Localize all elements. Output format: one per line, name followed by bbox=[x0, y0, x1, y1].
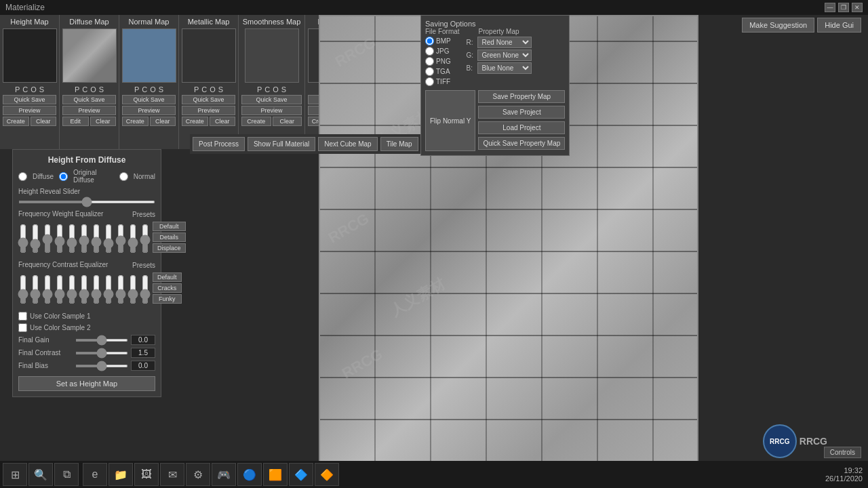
use-color-sample-2-label: Use Color Sample 2 bbox=[30, 324, 90, 331]
diffuse-radio[interactable] bbox=[18, 172, 27, 181]
fmt-tga[interactable] bbox=[425, 67, 434, 76]
metallic-clear[interactable]: Clear bbox=[210, 117, 236, 126]
fmt-png[interactable] bbox=[425, 57, 434, 66]
metallic-radio-row: P C O S bbox=[194, 85, 223, 94]
height-create[interactable]: Create bbox=[3, 117, 29, 126]
contrast-funky-btn[interactable]: Funky bbox=[153, 294, 182, 304]
contrast-preset-buttons: Default Cracks Funky bbox=[153, 272, 182, 306]
normal-quick-save[interactable]: Quick Save bbox=[122, 95, 176, 104]
metallic-create[interactable]: Create bbox=[182, 117, 208, 126]
height-reveal-slider[interactable] bbox=[18, 201, 155, 203]
load-project-button[interactable]: Load Project bbox=[478, 121, 565, 134]
fmt-bmp[interactable] bbox=[425, 37, 434, 45]
contrast-cracks-btn[interactable]: Cracks bbox=[153, 283, 182, 293]
save-project-button[interactable]: Save Project bbox=[478, 106, 565, 119]
settings-app[interactable]: ⚙ bbox=[186, 463, 210, 486]
eq-slider-weight-eq-bars-1[interactable] bbox=[31, 224, 40, 253]
final-gain-value[interactable] bbox=[131, 335, 155, 345]
metallic-quick-save[interactable]: Quick Save bbox=[182, 95, 235, 104]
final-contrast-value[interactable] bbox=[131, 348, 155, 358]
smoothness-preview[interactable]: Preview bbox=[241, 106, 302, 115]
normal-radio[interactable] bbox=[119, 172, 128, 181]
eq-slider-contrast-eq-bars-4[interactable] bbox=[67, 274, 77, 304]
normal-clear[interactable]: Clear bbox=[150, 117, 176, 126]
quick-save-property-map-button[interactable]: Quick Save Property Map bbox=[478, 137, 565, 150]
app-7[interactable]: 🔵 bbox=[237, 463, 262, 486]
final-gain-slider[interactable] bbox=[75, 339, 128, 342]
photos-app[interactable]: 🖼 bbox=[134, 463, 159, 486]
make-suggestion-button[interactable]: Make Suggestion bbox=[742, 18, 814, 33]
task-view-button[interactable]: ⧉ bbox=[54, 463, 79, 486]
eq-slider-contrast-eq-bars-0[interactable] bbox=[18, 274, 28, 304]
minimize-button[interactable]: — bbox=[825, 3, 835, 12]
maximize-button[interactable]: ❐ bbox=[838, 3, 849, 12]
eq-slider-weight-eq-bars-2[interactable] bbox=[43, 224, 52, 253]
g-channel-select[interactable]: Green None bbox=[477, 49, 532, 61]
start-button[interactable]: ⊞ bbox=[3, 463, 27, 486]
eq-slider-contrast-eq-bars-5[interactable] bbox=[79, 274, 89, 304]
app-10[interactable]: 🔶 bbox=[315, 463, 339, 486]
smoothness-quick-save[interactable]: Quick Save bbox=[241, 95, 302, 104]
eq-slider-weight-eq-bars-6[interactable] bbox=[92, 224, 101, 253]
eq-slider-weight-eq-bars-10[interactable] bbox=[140, 224, 150, 253]
next-cube-map-button[interactable]: Next Cube Map bbox=[318, 137, 377, 151]
app-6[interactable]: 🎮 bbox=[212, 463, 236, 486]
fmt-tiff[interactable] bbox=[425, 77, 434, 86]
diffuse-preview[interactable]: Preview bbox=[62, 106, 116, 115]
normal-create[interactable]: Create bbox=[122, 117, 149, 126]
use-color-sample-1-checkbox[interactable] bbox=[18, 312, 27, 321]
final-contrast-slider[interactable] bbox=[75, 352, 128, 354]
eq-slider-contrast-eq-bars-9[interactable] bbox=[128, 274, 138, 304]
eq-slider-contrast-eq-bars-8[interactable] bbox=[116, 274, 125, 304]
diffuse-quick-save[interactable]: Quick Save bbox=[62, 95, 116, 104]
eq-slider-weight-eq-bars-9[interactable] bbox=[128, 224, 138, 253]
eq-slider-weight-eq-bars-4[interactable] bbox=[67, 224, 77, 253]
contrast-default-btn[interactable]: Default bbox=[153, 272, 182, 282]
save-property-map-button[interactable]: Save Property Map bbox=[478, 90, 565, 103]
post-process-button[interactable]: Post Process bbox=[193, 137, 245, 151]
eq-slider-contrast-eq-bars-7[interactable] bbox=[104, 274, 113, 304]
fmt-jpg[interactable] bbox=[425, 47, 434, 56]
original-diffuse-radio[interactable] bbox=[59, 172, 68, 181]
app-9[interactable]: 🔷 bbox=[289, 463, 313, 486]
r-channel-select[interactable]: Red None bbox=[477, 37, 532, 48]
eq-slider-weight-eq-bars-8[interactable] bbox=[116, 224, 125, 253]
height-quick-save[interactable]: Quick Save bbox=[3, 95, 56, 104]
eq-slider-contrast-eq-bars-6[interactable] bbox=[92, 274, 101, 304]
weight-details-btn[interactable]: Details bbox=[153, 232, 186, 242]
eq-slider-contrast-eq-bars-1[interactable] bbox=[31, 274, 40, 304]
metallic-preview[interactable]: Preview bbox=[182, 106, 235, 115]
height-clear[interactable]: Clear bbox=[31, 117, 57, 126]
eq-slider-weight-eq-bars-7[interactable] bbox=[104, 224, 113, 253]
b-channel-select[interactable]: Blue None bbox=[477, 62, 532, 74]
files-app[interactable]: 📁 bbox=[108, 463, 133, 486]
search-button[interactable]: 🔍 bbox=[28, 463, 53, 486]
tile-map-button[interactable]: Tile Map bbox=[380, 137, 418, 151]
weight-default-btn[interactable]: Default bbox=[153, 222, 186, 231]
smoothness-create[interactable]: Create bbox=[241, 117, 271, 126]
eq-slider-contrast-eq-bars-2[interactable] bbox=[43, 274, 52, 304]
flip-normal-y-button[interactable]: Flip Normal Y bbox=[425, 90, 475, 151]
hide-gui-button[interactable]: Hide Gui bbox=[817, 18, 861, 33]
smoothness-clear[interactable]: Clear bbox=[273, 117, 302, 126]
diffuse-edit[interactable]: Edit bbox=[62, 117, 89, 126]
close-button[interactable]: ✕ bbox=[852, 3, 863, 12]
eq-slider-weight-eq-bars-5[interactable] bbox=[79, 224, 89, 253]
eq-slider-weight-eq-bars-0[interactable] bbox=[18, 224, 28, 253]
mail-app[interactable]: ✉ bbox=[160, 463, 184, 486]
use-color-sample-2-checkbox[interactable] bbox=[18, 323, 27, 332]
app-8[interactable]: 🟧 bbox=[263, 463, 288, 486]
final-bias-value[interactable] bbox=[131, 361, 155, 371]
controls-button[interactable]: Controls bbox=[824, 447, 861, 458]
edge-app[interactable]: e bbox=[83, 463, 107, 486]
weight-displace-btn[interactable]: Displace bbox=[153, 243, 186, 253]
eq-slider-weight-eq-bars-3[interactable] bbox=[55, 224, 64, 253]
eq-slider-contrast-eq-bars-10[interactable] bbox=[140, 274, 150, 304]
eq-slider-contrast-eq-bars-3[interactable] bbox=[55, 274, 64, 304]
height-preview[interactable]: Preview bbox=[3, 106, 56, 115]
show-full-material-button[interactable]: Show Full Material bbox=[248, 137, 315, 151]
diffuse-clear[interactable]: Clear bbox=[90, 117, 117, 126]
final-bias-slider[interactable] bbox=[75, 365, 128, 367]
set-height-map-button[interactable]: Set as Height Map bbox=[18, 376, 155, 391]
normal-preview[interactable]: Preview bbox=[122, 106, 176, 115]
